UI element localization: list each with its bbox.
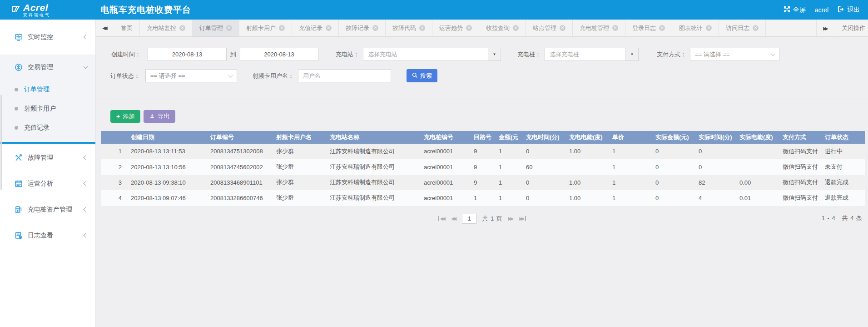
table-row[interactable]: 42020-08-13 09:07:462008133286600746张少群江… [101,190,865,206]
tab-射频卡用户[interactable]: 射频卡用户✕ [239,20,292,36]
tab-close-icon[interactable]: ✕ [326,25,332,31]
payment-select[interactable]: == 请选择 == [690,48,779,61]
tab-故障记录[interactable]: 故障记录✕ [339,20,386,36]
column-header: 订单状态 [821,131,865,144]
tab-订单管理[interactable]: 订单管理✕ [193,20,239,36]
sidebar-item-realtime-monitor[interactable]: 实时监控 [0,24,95,50]
close-operations-label: 关闭操作 [842,24,865,32]
station-dropdown-button[interactable]: ▼ [488,48,501,60]
tab-close-icon[interactable]: ✕ [513,25,519,31]
tab-label: 射频卡用户 [246,24,276,32]
tab-登录日志[interactable]: 登录日志✕ [625,20,672,36]
logout-button[interactable]: 退出 [838,6,860,14]
table-cell: acrel00001 [420,175,470,190]
tabs-scroll-left-button[interactable]: ◀◀ [96,20,114,36]
sidebar-subitem-order-mgmt[interactable]: 订单管理 [0,80,95,99]
tab-close-icon[interactable]: ✕ [753,25,759,31]
tab-close-icon[interactable]: ✕ [226,25,232,31]
table-cell: 江苏安科瑞制造有限公司 [326,159,420,175]
tab-首页[interactable]: 首页 [114,20,140,36]
date-from-input[interactable] [148,48,227,61]
last-page-button[interactable]: ▶▶ [519,216,526,221]
order-status-select[interactable]: == 请选择 == [145,69,237,82]
table-cell: 江苏安科瑞制造有限公司 [326,144,420,159]
table-cell: 2020-08-13 09:38:10 [127,175,207,190]
column-header: 金额(元 [495,131,522,144]
monitor-icon [15,33,23,41]
date-to-input[interactable] [240,48,318,61]
chevron-left-icon [84,156,88,160]
prev-page-button[interactable]: ◀◀ [451,216,456,221]
tab-故障代码[interactable]: 故障代码✕ [386,20,432,36]
column-header: 订单编号 [207,131,273,144]
sidebar-item-label: 故障管理 [28,154,53,162]
add-button[interactable]: + 添加 [110,110,140,123]
tab-图表统计[interactable]: 图表统计✕ [672,20,719,36]
table-cell: 0 [652,175,695,190]
station-input[interactable] [363,48,488,60]
create-time-label: 创建时间： [111,50,148,59]
table-cell [565,159,609,175]
tab-充电站监控[interactable]: 充电站监控✕ [140,20,193,36]
first-page-button[interactable]: ◀◀ [438,216,445,221]
table-cell: acrel00001 [420,190,470,206]
table-cell: 1 [495,159,522,175]
export-button[interactable]: 导出 [144,110,175,123]
table-cell: 2008133468901101 [207,175,273,190]
tabs-scroll-right-button[interactable]: ▶▶ [817,20,835,37]
rfid-user-input[interactable] [298,70,391,82]
tab-close-icon[interactable]: ✕ [560,25,565,31]
table-cell: 1 [609,190,652,206]
table-row[interactable]: 32020-08-13 09:38:102008133468901101张少群江… [101,175,865,190]
tab-label: 收益查询 [486,24,510,32]
pile-label: 充电桩： [517,50,545,59]
tab-close-icon[interactable]: ✕ [419,25,425,31]
tab-label: 运营趋势 [439,24,463,32]
pile-dropdown-button[interactable]: ▼ [625,48,638,60]
sidebar-subitem-recharge-records[interactable]: 充值记录 [0,118,95,137]
sidebar-subitem-rfid-users[interactable]: 射频卡用户 [0,99,95,118]
sidebar-item-pile-asset-mgmt[interactable]: 充电桩资产管理 [0,196,95,222]
sidebar-item-transaction-mgmt[interactable]: 交易管理 [0,55,95,80]
tab-close-icon[interactable]: ✕ [706,25,712,31]
tab-访问日志[interactable]: 访问日志✕ [719,20,766,36]
tab-close-icon[interactable]: ✕ [179,25,185,31]
tab-close-icon[interactable]: ✕ [612,25,618,31]
pile-input[interactable] [545,48,625,60]
tab-close-icon[interactable]: ✕ [466,25,472,31]
fullscreen-button[interactable]: 全屏 [784,6,806,14]
tab-站点管理[interactable]: 站点管理✕ [526,20,573,36]
page-number-input[interactable] [462,214,476,224]
tab-label: 首页 [121,24,133,32]
tab-label: 充电桩管理 [580,24,609,32]
table-cell: 江苏安科瑞制造有限公司 [326,175,420,190]
table-row[interactable]: 12020-08-13 13:11:532008134751302008张少群江… [101,144,865,159]
sidebar-scrollbar[interactable] [0,95,2,190]
table-cell: 4 [101,190,127,206]
tab-充电桩管理[interactable]: 充电桩管理✕ [573,20,625,36]
table-row[interactable]: 22020-08-13 13:10:562008134745602002张少群江… [101,159,865,175]
search-button[interactable]: 搜索 [407,69,437,82]
tools-icon [15,154,23,162]
sidebar-subitem-label: 订单管理 [24,86,50,94]
table-cell: 1 [101,144,127,159]
tab-收益查询[interactable]: 收益查询✕ [479,20,526,36]
tab-label: 图表统计 [679,24,703,32]
sidebar-item-fault-mgmt[interactable]: 故障管理 [0,145,95,171]
tab-close-icon[interactable]: ✕ [372,25,378,31]
tab-close-icon[interactable]: ✕ [279,25,285,31]
close-operations-menu[interactable]: 关闭操作 [835,20,868,37]
sidebar-item-log-view[interactable]: 日志查看 [0,222,95,248]
tab-close-icon[interactable]: ✕ [659,25,665,31]
user-menu[interactable]: acrel [815,6,828,14]
sidebar-subitem-label: 充值记录 [24,124,50,132]
sidebar-item-operation-analysis[interactable]: 运营分析 [0,171,95,196]
tab-充值记录[interactable]: 充值记录✕ [292,20,339,36]
chevron-left-icon [84,233,88,238]
double-chevron-right-icon: ▶▶ [823,26,828,31]
tab-运营趋势[interactable]: 运营趋势✕ [432,20,479,36]
table-cell: 1 [609,159,652,175]
double-chevron-left-icon: ◀◀ [102,25,107,30]
logout-icon [838,6,844,14]
next-page-button[interactable]: ▶▶ [508,216,514,221]
